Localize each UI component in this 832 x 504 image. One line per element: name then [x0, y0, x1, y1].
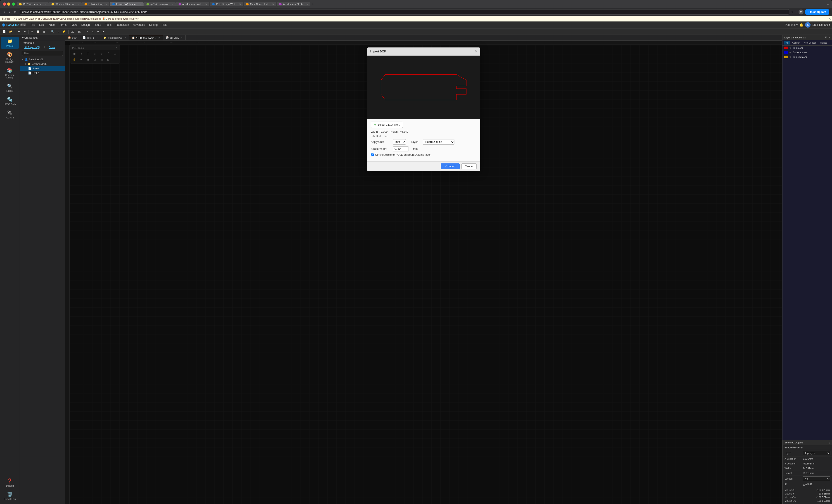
- editor-tab-test1[interactable]: 📄 Test_1 ✕: [80, 35, 101, 40]
- toolbar-route3[interactable]: ⊕: [96, 29, 101, 34]
- editor-tab-start[interactable]: 🏠 Start: [65, 35, 80, 40]
- tab-week5[interactable]: 🟡 Week 5 3D scan... ✕: [49, 2, 82, 6]
- filter-input[interactable]: [22, 51, 63, 56]
- cancel-button[interactable]: Cancel: [462, 163, 476, 169]
- toolbar-new[interactable]: 📄: [1, 29, 7, 34]
- layers-settings-icon[interactable]: ⚙: [825, 36, 827, 39]
- tab-nav-chevron[interactable]: ⌄: [827, 2, 829, 6]
- menu-file[interactable]: File: [29, 23, 37, 27]
- menu-design[interactable]: Design: [80, 23, 92, 27]
- toolbar-2d[interactable]: 2D: [70, 29, 76, 34]
- editor-tab-pcb[interactable]: 📋 *PCB_test board... ✕: [129, 35, 163, 41]
- layers-tab-object[interactable]: Object: [818, 41, 828, 45]
- editor-tab-3d[interactable]: 🎲 3D View ✕: [163, 35, 186, 40]
- layer-select[interactable]: BoardOutLine TopLayer BottomLayer: [423, 139, 454, 144]
- menu-setting[interactable]: Setting: [148, 23, 159, 27]
- sidebar-item-project[interactable]: 📁 Project: [1, 36, 19, 49]
- toolbar-3d[interactable]: 3D: [76, 29, 82, 34]
- menu-format[interactable]: Format: [57, 23, 69, 27]
- bottomlayer-visibility[interactable]: 👁: [789, 51, 791, 54]
- layers-tab-all[interactable]: All: [784, 41, 790, 45]
- tab-pcbdesign[interactable]: 🔵 PCB Design Web... ✕: [210, 2, 243, 6]
- open-link[interactable]: Open: [46, 46, 57, 49]
- toolbar-open[interactable]: 📂: [8, 29, 14, 34]
- reload-button[interactable]: ↺: [13, 10, 18, 14]
- notice-close-button[interactable]: ✕: [828, 17, 831, 21]
- dxf-preview-svg: [374, 62, 473, 112]
- file-unit-row: File Unit: mm: [371, 135, 476, 138]
- layer-prop-label: Layer: [784, 452, 803, 454]
- menu-help[interactable]: Help: [160, 23, 169, 27]
- toolbar-paste[interactable]: 📋: [35, 29, 41, 34]
- menu-route[interactable]: Route: [92, 23, 103, 27]
- apply-unit-select[interactable]: mm mil inch: [393, 139, 406, 144]
- import-button[interactable]: ✓ Import: [441, 163, 460, 169]
- stroke-width-input[interactable]: [393, 147, 409, 152]
- sidebar-item-library[interactable]: 🔍 Library: [1, 82, 19, 94]
- tab-mihir[interactable]: 🟠 Mihir Shah | Fab... ✕: [244, 2, 276, 6]
- tree-user-label: Satisficer101: [29, 58, 44, 61]
- menu-edit[interactable]: Edit: [37, 23, 46, 27]
- toolbar-copy[interactable]: ⧉: [30, 29, 34, 34]
- tree-item-testboard[interactable]: ▼ 📁 test board w6: [20, 62, 65, 66]
- minimize-button[interactable]: [7, 2, 10, 6]
- notification-icon[interactable]: 🔔: [800, 23, 803, 27]
- tab-easyeda[interactable]: 🔵 EasyEDA(Standa... ✕: [110, 2, 144, 6]
- avatar: M: [799, 9, 804, 15]
- maximize-button[interactable]: [12, 2, 15, 6]
- toolbar-delete[interactable]: 🗑: [42, 29, 47, 34]
- easyeda-app: 【Notice】 A Brand-New Launch of OSHWLab (…: [0, 16, 832, 504]
- sidebar-item-support[interactable]: ❓ Support: [1, 476, 19, 489]
- sidebar-item-recycle[interactable]: 🗑️ Recycle Bin: [1, 490, 19, 502]
- toolbar-drc[interactable]: ⚡: [61, 29, 67, 34]
- menu-place[interactable]: Place: [46, 23, 56, 27]
- finish-update-button[interactable]: Finish update: [805, 9, 829, 15]
- new-tab-button[interactable]: +: [311, 2, 315, 6]
- tab-academany2[interactable]: 🟣 Academany / Fab... ✕: [277, 2, 310, 6]
- tree-item-test1[interactable]: 📄 Test_1: [20, 71, 65, 75]
- toolbar-redo[interactable]: ↪: [22, 29, 27, 34]
- modal-body: ✚ Select a DXF file... Width: 72.009 Hei…: [367, 119, 480, 161]
- lcsc-icon: 🔩: [7, 97, 12, 102]
- layer-prop-select[interactable]: TopLayer: [803, 451, 830, 455]
- toolbar-undo[interactable]: ↩: [17, 29, 22, 34]
- bottomlayer-label: BottomLayer: [793, 51, 807, 54]
- tab-academany[interactable]: 🟣 academany dash... ✕: [176, 2, 209, 6]
- workspace-dropdown-icon[interactable]: ▾: [33, 42, 34, 45]
- menu-advanced[interactable]: Advanced: [131, 23, 147, 27]
- forward-button[interactable]: ›: [8, 10, 11, 14]
- toplayer-visibility[interactable]: 👁: [789, 47, 791, 49]
- layers-tab-copper[interactable]: Copper: [790, 41, 802, 45]
- convert-circle-checkbox[interactable]: [371, 154, 374, 156]
- all-projects-link[interactable]: All Projects(2): [22, 46, 42, 49]
- sidebar-item-jlcpcb[interactable]: 🔌 JLCPCB: [1, 108, 19, 121]
- address-input[interactable]: [20, 9, 789, 15]
- menu-fabrication[interactable]: Fabrication: [114, 23, 131, 27]
- back-button[interactable]: ‹: [3, 10, 6, 14]
- editor-tab-testboard[interactable]: 📁 test board w6 ✕: [101, 35, 129, 40]
- menu-tools[interactable]: Tools: [103, 23, 113, 27]
- bookmark-icon[interactable]: ☆: [791, 10, 794, 14]
- tree-item-sheet1[interactable]: 📄 Sheet_1: [20, 66, 65, 71]
- sidebar-item-design-manager[interactable]: 🎨 Design Manager: [1, 50, 19, 65]
- share-icon[interactable]: ⤴: [796, 10, 797, 14]
- tab-rp2040-pins[interactable]: 🟢 rp2040 zero pin... ✕: [144, 2, 176, 6]
- toolbar-route2[interactable]: ∧: [90, 29, 95, 34]
- modal-close-button[interactable]: ✕: [474, 49, 477, 54]
- toolbar-play[interactable]: ▶: [101, 29, 106, 34]
- locked-select[interactable]: No Yes: [803, 476, 830, 481]
- topsilklayer-visibility[interactable]: 👁: [789, 56, 791, 58]
- toolbar-search[interactable]: 🔍: [50, 29, 56, 34]
- close-button[interactable]: [3, 2, 6, 6]
- select-dxf-button[interactable]: ✚ Select a DXF file...: [371, 122, 403, 128]
- sidebar-item-lcsc[interactable]: 🔩 LCSC Parts: [1, 95, 19, 107]
- tab-fabacademy[interactable]: 🟠 Fab Academy ✕: [82, 2, 109, 6]
- toolbar-route1[interactable]: ∧: [85, 29, 90, 34]
- sidebar-item-common-library[interactable]: 📚 Common Library: [1, 66, 19, 81]
- tree-item-user[interactable]: ▼ 👤 Satisficer101: [20, 57, 65, 62]
- layers-tab-noncopper[interactable]: Non-Copper: [802, 41, 818, 45]
- menu-view[interactable]: View: [70, 23, 79, 27]
- tab-rp2040[interactable]: 🟡 RP2040 Zero Pi... ✕: [17, 2, 49, 6]
- layers-close-icon[interactable]: ✕: [828, 36, 830, 39]
- toolbar-netlist[interactable]: ≡: [56, 29, 60, 34]
